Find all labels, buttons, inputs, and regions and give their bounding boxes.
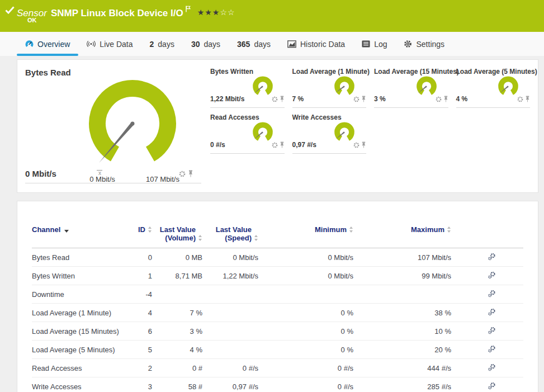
cell-last-value-volume: 7 % [152,309,202,317]
tab-historic-data[interactable]: Historic Data [279,32,353,56]
table-row[interactable]: Bytes Written 1 8,71 MB 1,22 Mbit/s 0 Mb… [32,267,523,285]
primary-gauge-tile: Bytes Read x 0 Mbit/s 107 Mbit/s 0 Mbit/… [25,67,201,183]
cell-channel: Load Average (1 Minute) [32,309,121,317]
gauge-settings-gear-icon[interactable] [353,95,359,105]
gears-icon [488,363,496,372]
gauge-settings-gear-icon[interactable] [179,169,186,180]
gauge-settings-gear-icon[interactable] [353,140,359,150]
cell-last-value-speed: 0 Mbit/s [202,253,258,262]
pin-icon[interactable] [525,95,530,105]
cell-minimum: 0 % [258,309,353,317]
table-row[interactable]: Write Accesses 3 58 # 0,97 #/s 0 #/s 285… [32,377,523,392]
primary-gauge-value: 0 Mbit/s [25,169,56,178]
table-row[interactable]: Downtime -4 [32,285,523,304]
page-title: SNMP Linux Block Device I/O [51,8,183,18]
sort-desc-icon [64,230,69,233]
tab-overview[interactable]: Overview [17,32,78,56]
small-gauges-grid: Bytes Written 1,22 Mbit/s Load Average (… [210,67,530,183]
gauge-settings-gear-icon[interactable] [517,95,523,105]
primary-gauge-min-label: 0 Mbit/s [89,175,115,183]
historic-data-icon [287,40,296,48]
cell-channel: Read Accesses [32,364,121,372]
flag-icon[interactable] [186,4,191,15]
gears-icon [488,381,496,390]
live-data-icon [87,40,96,48]
cell-channel: Bytes Read [32,253,121,262]
tab-log[interactable]: Log [353,32,395,56]
cell-maximum: 10 % [353,327,451,336]
cell-id: 2 [121,364,152,372]
cell-channel: Load Average (5 Minutes) [32,346,121,354]
channel-settings-button[interactable] [451,271,522,281]
cell-id: 0 [121,253,152,262]
pin-icon[interactable] [280,95,285,105]
channel-table-body: Bytes Read 0 0 MB 0 Mbit/s 0 Mbit/s 107 … [32,248,523,392]
star-filled-icon[interactable]: ★ [197,8,205,17]
cell-minimum: 0 #/s [258,364,353,372]
pin-icon[interactable] [443,95,448,105]
column-header-channel[interactable]: Channel [32,225,121,234]
table-row[interactable]: Read Accesses 2 0 # 0 #/s 0 #/s 444 #/s [32,359,523,377]
sort-icon [148,226,152,233]
cell-channel: Load Average (15 Minutes) [32,327,121,336]
cell-minimum: 0 Mbit/s [258,272,353,280]
channel-settings-button[interactable] [451,363,522,374]
pin-icon[interactable] [280,140,285,150]
primary-gauge-title: Bytes Read [25,68,71,77]
gears-icon [488,271,496,280]
channel-settings-button[interactable] [451,252,522,263]
primary-gauge-max-label: 107 Mbit/s [146,175,179,183]
cell-last-value-volume: 0 # [152,364,202,372]
star-filled-icon[interactable]: ★ [212,8,220,17]
gauge-icon [25,40,34,48]
sensor-status-banner: SensorSNMP Linux Block Device I/O★★★☆☆ O… [0,0,544,32]
channel-settings-button[interactable] [451,344,522,355]
channel-settings-button[interactable] [451,326,522,337]
table-row[interactable]: Bytes Read 0 0 MB 0 Mbit/s 0 Mbit/s 107 … [32,248,523,267]
tab-365-days[interactable]: 365 days [229,32,279,56]
channel-settings-button[interactable] [451,308,522,318]
channel-settings-button[interactable] [451,381,522,392]
column-header-vol[interactable]: Last Value (Volume) [152,225,202,242]
cell-minimum: 0 % [258,327,353,336]
channel-table-header: ChannelIDLast Value (Volume)Last Value (… [32,201,523,248]
pin-icon[interactable] [361,95,366,105]
priority-rating[interactable]: ★★★☆☆ [197,8,235,17]
cell-channel: Bytes Written [32,272,121,280]
cell-minimum: 0 % [258,346,353,354]
gauge-settings-gear-icon[interactable] [436,95,442,105]
gauge-tile-load-average-1-minute: Load Average (1 Minute) 7 % [292,67,367,108]
gauge-tile-bytes-written: Bytes Written 1,22 Mbit/s [210,67,285,108]
column-header-min[interactable]: Minimum [258,225,353,234]
cell-minimum: 0 Mbit/s [258,253,353,262]
tab-settings[interactable]: Settings [395,32,453,56]
cell-id: -4 [121,290,152,299]
column-header-max[interactable]: Maximum [353,225,451,234]
column-header-id[interactable]: ID [121,225,152,234]
gauge-settings-gear-icon[interactable] [272,140,278,150]
table-row[interactable]: Load Average (15 Minutes) 6 3 % 0 % 10 % [32,322,523,341]
gauge-settings-gear-icon[interactable] [272,95,278,105]
sort-icon [349,226,353,233]
star-empty-icon[interactable]: ☆ [220,8,228,17]
tab-30-days[interactable]: 30 days [183,32,229,56]
table-row[interactable]: Load Average (5 Minutes) 5 4 % 0 % 20 % [32,341,523,359]
sort-icon [198,235,202,241]
sort-icon [447,226,451,233]
channel-settings-button[interactable] [451,289,522,300]
gears-icon [488,344,496,353]
cell-id: 1 [121,272,152,280]
status-badge: OK [27,17,37,23]
tab-live-data[interactable]: Live Data [78,32,141,56]
gauge-tile-write-accesses: Write Accesses 0,97 #/s [292,112,367,154]
cell-maximum: 285 #/s [353,382,451,391]
gears-icon [488,308,496,317]
star-empty-icon[interactable]: ☆ [228,8,235,17]
pin-icon[interactable] [361,140,366,150]
star-filled-icon[interactable]: ★ [205,8,212,17]
table-row[interactable]: Load Average (1 Minute) 4 7 % 0 % 38 % [32,304,523,322]
column-header-speed[interactable]: Last Value (Speed) [202,225,258,242]
tab-2-days[interactable]: 2 days [141,32,183,56]
pin-icon[interactable] [188,169,193,180]
cell-maximum: 107 Mbit/s [353,253,451,262]
